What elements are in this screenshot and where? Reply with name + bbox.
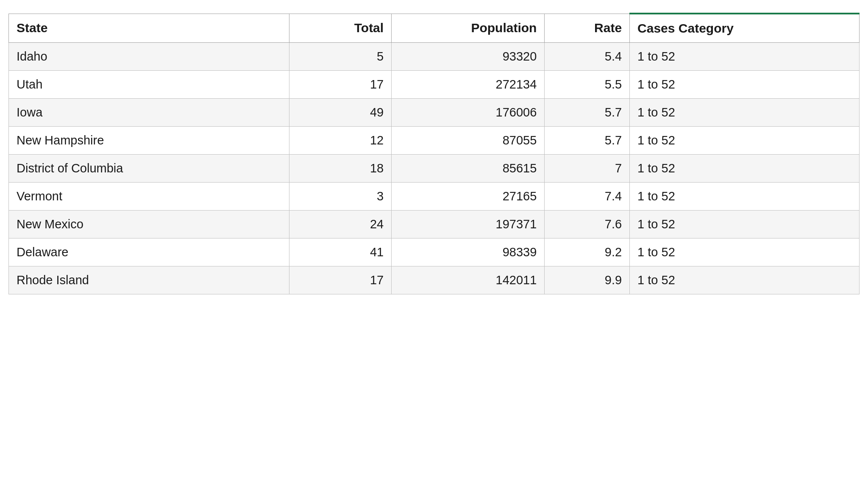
table-row: Delaware41983399.21 to 52 (9, 238, 860, 266)
table-row: District of Columbia188561571 to 52 (9, 155, 860, 183)
cell-state: Idaho (9, 43, 289, 71)
cell-state: Iowa (9, 99, 289, 127)
table-row: Rhode Island171420119.91 to 52 (9, 266, 860, 294)
cell-category: 1 to 52 (630, 238, 860, 266)
cell-population: 272134 (392, 71, 545, 99)
col-header-category: Cases Category (630, 14, 860, 43)
table-header-row: State Total Population Rate Cases Catego… (9, 14, 860, 43)
table-row: Utah172721345.51 to 52 (9, 71, 860, 99)
cell-rate: 5.7 (545, 127, 630, 155)
cell-rate: 7 (545, 155, 630, 183)
table-row: New Mexico241973717.61 to 52 (9, 211, 860, 238)
cell-category: 1 to 52 (630, 43, 860, 71)
cell-population: 85615 (392, 155, 545, 183)
cell-state: Vermont (9, 183, 289, 211)
cell-category: 1 to 52 (630, 71, 860, 99)
cell-category: 1 to 52 (630, 183, 860, 211)
cell-state: Delaware (9, 238, 289, 266)
cell-rate: 7.4 (545, 183, 630, 211)
cell-category: 1 to 52 (630, 99, 860, 127)
cell-population: 93320 (392, 43, 545, 71)
data-table: State Total Population Rate Cases Catego… (8, 13, 860, 294)
cell-population: 27165 (392, 183, 545, 211)
cell-population: 87055 (392, 127, 545, 155)
cell-population: 142011 (392, 266, 545, 294)
cell-rate: 5.4 (545, 43, 630, 71)
cell-total: 18 (289, 155, 392, 183)
col-header-state: State (9, 14, 289, 43)
cell-population: 176006 (392, 99, 545, 127)
cell-rate: 5.5 (545, 71, 630, 99)
cell-category: 1 to 52 (630, 211, 860, 238)
cell-category: 1 to 52 (630, 155, 860, 183)
cell-total: 41 (289, 238, 392, 266)
data-table-wrapper: State Total Population Rate Cases Catego… (8, 13, 860, 294)
cell-state: New Mexico (9, 211, 289, 238)
cell-category: 1 to 52 (630, 127, 860, 155)
cell-rate: 9.9 (545, 266, 630, 294)
cell-state: Rhode Island (9, 266, 289, 294)
cell-total: 17 (289, 71, 392, 99)
cell-state: District of Columbia (9, 155, 289, 183)
table-row: New Hampshire12870555.71 to 52 (9, 127, 860, 155)
cell-total: 12 (289, 127, 392, 155)
table-row: Iowa491760065.71 to 52 (9, 99, 860, 127)
cell-population: 197371 (392, 211, 545, 238)
cell-category: 1 to 52 (630, 266, 860, 294)
cell-total: 49 (289, 99, 392, 127)
col-header-population: Population (392, 14, 545, 43)
cell-total: 24 (289, 211, 392, 238)
cell-total: 3 (289, 183, 392, 211)
cell-rate: 9.2 (545, 238, 630, 266)
cell-total: 5 (289, 43, 392, 71)
col-header-rate: Rate (545, 14, 630, 43)
cell-rate: 7.6 (545, 211, 630, 238)
table-row: Vermont3271657.41 to 52 (9, 183, 860, 211)
cell-total: 17 (289, 266, 392, 294)
cell-state: New Hampshire (9, 127, 289, 155)
cell-state: Utah (9, 71, 289, 99)
cell-rate: 5.7 (545, 99, 630, 127)
col-header-total: Total (289, 14, 392, 43)
table-row: Idaho5933205.41 to 52 (9, 43, 860, 71)
cell-population: 98339 (392, 238, 545, 266)
